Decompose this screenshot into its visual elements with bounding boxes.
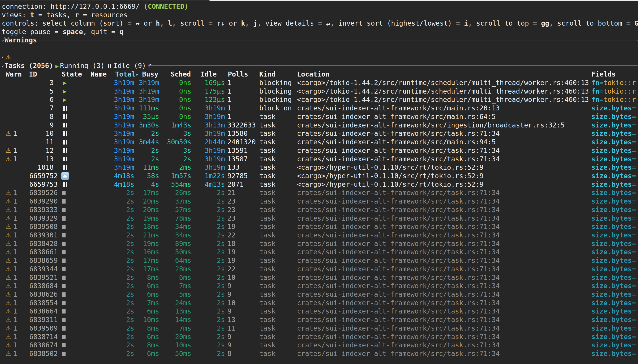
cell-fields: size.bytes= [591,112,638,121]
warn-count: 1 [13,256,17,265]
burst-state-icon [61,172,69,180]
column-header-name[interactable]: Name [90,70,107,78]
table-row[interactable]: 5▶3h19m3h19m0ns175µs1blocking<cargo>/tok… [0,87,638,96]
field-equals: = [632,163,636,171]
task-id: 6659752 [22,172,58,180]
column-header-fields[interactable]: Fields [591,70,616,78]
cell-location: crates/sui-indexer-alt-framework/src/tas… [297,214,590,222]
cell-busy: 6ms [126,350,159,358]
table-row[interactable]: ⚠168385022s6ms50ms2s8taskcrates/sui-inde… [0,350,638,358]
warnings-panel [2,40,638,58]
table-row[interactable]: 113h19m3m44s30m50s2h44m2401320taskcrates… [0,138,638,146]
cell-busy: 21ms [126,231,159,240]
cell-location: crates/sui-indexer-alt-framework/src/tas… [297,324,590,332]
cell-sched: 6ms [158,273,191,282]
task-id: 6839329 [22,214,58,222]
field-key: size.bytes [591,274,632,282]
hint-text: or [225,19,241,27]
column-header-busy[interactable]: Busy [142,70,158,78]
table-row[interactable]: ⚠168393292s19ms78ms2s23taskcrates/sui-in… [0,214,638,222]
column-header-id[interactable]: ID [29,70,37,78]
cell-idle: 169µs [191,78,225,87]
table-row[interactable]: ⚠168393442s17ms28ms2s22taskcrates/sui-in… [0,265,638,273]
table-row[interactable]: ⚠168387142s6ms20ms2s9taskcrates/sui-inde… [0,332,638,341]
cell-kind: task [259,299,276,307]
table-row[interactable]: 73h19m111ms0ns3h19m1block_oncrates/sui-i… [0,104,638,112]
table-row[interactable]: 66597524m18s58s1m57s1m22s92785task<cargo… [0,172,638,180]
warning-icon: ⚠ [6,129,11,138]
field-key: size.bytes [591,206,632,214]
column-header-kind[interactable]: Kind [259,70,276,78]
key-hint: r [75,11,79,19]
table-row[interactable]: 93h19m3m30s1m43s3h13m3322633taskcrates/s… [0,121,638,130]
hint-text: , scroll to bottom = [549,19,634,27]
column-header-idle[interactable]: Idle [200,70,217,78]
cell-busy: 18ms [126,222,159,231]
table-row[interactable]: ⚠168386642s6ms13ms2s9taskcrates/sui-inde… [0,307,638,316]
cell-busy: 3m44s [126,138,159,146]
table-row[interactable]: ⚠168392902s20ms37ms2s23taskcrates/sui-in… [0,197,638,206]
field-key: size.bytes [591,172,632,180]
task-id: 6839521 [22,273,58,282]
cell-location: <cargo>/hyper-util-0.1.10/src/rt/tokio.r… [297,180,590,189]
table-row[interactable]: 10183h19m11ms2ms3h19m133task<cargo>/hype… [0,163,638,172]
table-row[interactable]: ⚠168395092s8ms7ms2s11taskcrates/sui-inde… [0,324,638,332]
cell-polls: 1 [228,78,232,87]
table-row[interactable]: ⚠168386742s8ms10ms2s9taskcrates/sui-inde… [0,341,638,350]
column-header-polls[interactable]: Polls [228,70,248,78]
cell-sched: 0ns [158,112,191,121]
table-row[interactable]: ⚠1133h19m2s2s3h19m13587taskcrates/sui-in… [0,155,638,163]
table-row[interactable]: 66597534m18s4s554ms4m13s2071task<cargo>/… [0,180,638,189]
cell-idle: 2h44m [191,138,225,146]
table-row[interactable]: ⚠168393112s10ms14ms2s13taskcrates/sui-in… [0,316,638,324]
table-row[interactable]: ⚠168385542s7ms24ms2s10taskcrates/sui-ind… [0,299,638,307]
key-hint: h [156,19,160,27]
column-header-total[interactable]: Total▿ [115,70,138,78]
column-header-location[interactable]: Location [297,70,330,78]
cell-busy: 111ms [126,104,159,112]
key-hint: space [63,28,83,36]
task-id: 6659753 [22,180,58,189]
cell-polls: 9 [228,332,232,341]
table-row[interactable]: 83h19m35µs0ns3h19m1taskcrates/sui-indexe… [0,112,638,121]
column-header-warn[interactable]: Warn [6,70,22,78]
column-header-sched[interactable]: Sched [170,70,191,78]
cell-kind: blocking [259,78,292,87]
table-row[interactable]: ⚠168395082s18ms34ms2s19taskcrates/sui-in… [0,222,638,231]
cell-idle: 4m13s [191,180,225,189]
table-row[interactable]: ⚠1103h19m2s3s3h19m13580taskcrates/sui-in… [0,129,638,138]
cell-fields: size.bytes= [591,248,638,256]
task-id: 6839333 [22,206,58,214]
completed-state-icon [62,258,66,263]
table-row[interactable]: ⚠168395212s8ms6ms2s10taskcrates/sui-inde… [0,273,638,282]
field-key: size.bytes [591,240,632,248]
warn-count: 1 [13,146,17,155]
cell-polls: 2071 [228,180,244,189]
table-row[interactable]: ⚠168386612s16ms50ms2s19taskcrates/sui-in… [0,248,638,256]
field-equals: = [632,282,636,290]
column-header-state[interactable]: State [62,70,82,78]
table-row[interactable]: 6▶3h19m3h19m0ns123µs1blocking<cargo>/tok… [0,96,638,104]
table-row[interactable]: ⚠168386262s6ms5ms2s9taskcrates/sui-index… [0,290,638,299]
completed-state-icon [62,318,66,322]
running-icon: ▶ [56,63,58,69]
cell-kind: blocking [259,87,292,96]
table-row[interactable]: ⚠168395262s17ms26ms2s21taskcrates/sui-in… [0,188,638,197]
field-key: size.bytes [591,231,632,239]
field-key: size.bytes [591,290,632,298]
table-row[interactable]: ⚠168393012s21ms34ms2s22taskcrates/sui-in… [0,231,638,240]
task-id: 6839290 [22,197,58,206]
table-row[interactable]: ⚠168386842s6ms7ms2s9taskcrates/sui-index… [0,282,638,290]
table-row[interactable]: ⚠168384282s19ms89ms2s18taskcrates/sui-in… [0,240,638,248]
cell-fields: size.bytes= [591,332,638,341]
warnings-panel-title: Warnings [4,36,39,44]
window-chrome-strip [0,0,638,1]
table-row[interactable]: ⚠168393332s20ms57ms2s23taskcrates/sui-in… [0,206,638,214]
task-id: 6838502 [22,350,58,358]
table-row[interactable]: ⚠168386592s17ms64ms2s19taskcrates/sui-in… [0,256,638,265]
table-row[interactable]: 3▶3h19m3h19m0ns169µs1blocking<cargo>/tok… [0,78,638,87]
table-row[interactable]: ⚠1123h19m2s3s3h19m13591taskcrates/sui-in… [0,146,638,155]
warn-count: 1 [13,265,17,273]
hint-text: , [160,19,168,27]
cell-busy: 16ms [126,248,159,256]
